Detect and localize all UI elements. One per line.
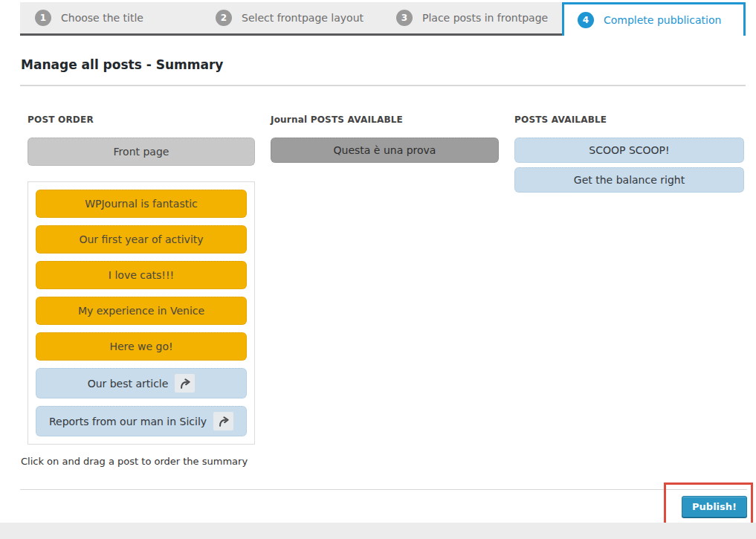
available-post-item[interactable]: Get the balance right bbox=[514, 167, 744, 193]
post-order-header: POST ORDER bbox=[28, 114, 255, 125]
footer-band bbox=[0, 523, 756, 539]
step-number-badge: 4 bbox=[578, 12, 594, 28]
step-tabbar: 1 Choose the title 2 Select frontpage la… bbox=[20, 2, 746, 36]
posts-available-column: POSTS AVAILABLE SCOOP SCOOP! Get the bal… bbox=[514, 114, 744, 467]
sortable-post-label: Reports from our man in Sicily bbox=[49, 416, 207, 427]
step-number-badge: 2 bbox=[216, 10, 232, 26]
sortable-post[interactable]: Our first year of activity bbox=[36, 225, 247, 254]
sortable-post[interactable]: Reports from our man in Sicily bbox=[36, 406, 247, 436]
step-label: Place posts in frontpage bbox=[422, 12, 548, 24]
tab-choose-title[interactable]: 1 Choose the title bbox=[20, 2, 201, 36]
journal-posts-column: Journal POSTS AVAILABLE Questa è una pro… bbox=[271, 114, 499, 467]
columns-area: POST ORDER Front page WPJournal is fanta… bbox=[28, 114, 756, 467]
tab-select-layout[interactable]: 2 Select frontpage layout bbox=[201, 2, 381, 36]
step-number-badge: 1 bbox=[35, 10, 51, 26]
sortable-post[interactable]: Our best article bbox=[36, 368, 247, 398]
wizard-page: 1 Choose the title 2 Select frontpage la… bbox=[0, 2, 756, 539]
sortable-post[interactable]: WPJournal is fantastic bbox=[36, 190, 247, 218]
posts-available-header: POSTS AVAILABLE bbox=[514, 114, 744, 125]
sortable-post-list: WPJournal is fantastic Our first year of… bbox=[28, 181, 255, 445]
publish-button[interactable]: Publish! bbox=[682, 496, 747, 517]
sortable-post[interactable]: Here we go! bbox=[36, 332, 247, 361]
tab-complete-publication[interactable]: 4 Complete pubblication bbox=[562, 2, 746, 36]
step-label: Choose the title bbox=[61, 12, 143, 24]
tab-place-posts[interactable]: 3 Place posts in frontpage bbox=[381, 2, 562, 36]
page-title: Manage all posts - Summary bbox=[21, 57, 756, 72]
curved-arrow-icon[interactable] bbox=[213, 412, 233, 430]
front-page-slot[interactable]: Front page bbox=[28, 138, 255, 166]
curved-arrow-icon[interactable] bbox=[175, 374, 195, 393]
sortable-post[interactable]: I love cats!!! bbox=[36, 261, 247, 289]
step-number-badge: 3 bbox=[396, 10, 413, 26]
available-post-item[interactable]: SCOOP SCOOP! bbox=[514, 138, 744, 163]
journal-posts-header: Journal POSTS AVAILABLE bbox=[271, 114, 499, 125]
post-order-column: POST ORDER Front page WPJournal is fanta… bbox=[28, 114, 255, 467]
sortable-post[interactable]: My experience in Venice bbox=[36, 297, 247, 325]
step-label: Select frontpage layout bbox=[242, 12, 364, 24]
drag-hint-text: Click on and drag a post to order the su… bbox=[21, 456, 255, 467]
publish-row: Publish! bbox=[0, 490, 756, 517]
journal-post-item[interactable]: Questa è una prova bbox=[271, 138, 499, 163]
step-label: Complete pubblication bbox=[604, 14, 721, 26]
heading-divider bbox=[20, 85, 746, 86]
sortable-post-label: Our best article bbox=[88, 378, 169, 390]
